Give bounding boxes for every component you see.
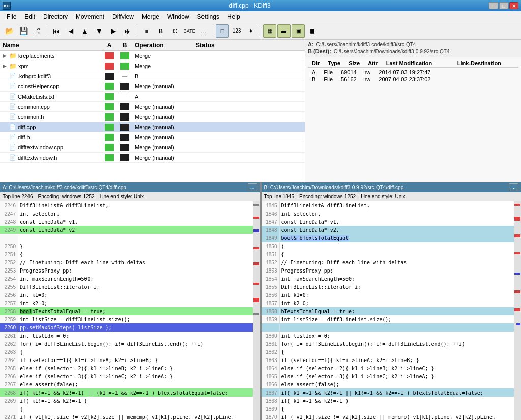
info-attr-a: rw [361, 69, 375, 75]
menu-merge[interactable]: Merge [138, 12, 163, 21]
toolbar-open[interactable]: 📂 [3, 24, 16, 38]
toolbar-separator-2 [137, 26, 137, 36]
toolbar-up[interactable]: ▲ [78, 24, 92, 38]
directory-panel: Name A B Operation Status ▶📁kreplacement… [0, 40, 305, 182]
path-b-value: C:/Users/Joachim/Downloads/kdiff3-0.9.92… [334, 49, 450, 54]
toolbar-b[interactable]: B [154, 24, 167, 38]
diff-panel-right: B: C:/Users/Joachim/Downloads/kdiff3-0.9… [262, 182, 522, 420]
info-lastmod-b: 2007-04-02 23:37:02 [374, 76, 446, 82]
info-size-a: 69014 [337, 69, 361, 75]
info-col-linkdest: Link-Destination [453, 60, 505, 66]
toolbar-separator-1 [47, 26, 47, 36]
dir-row-commoncpp[interactable]: 📄common.cpp Merge (manual) [0, 102, 305, 112]
diff-right-lineend: Line end style: Unix [361, 194, 405, 199]
diff-left-subheader: Top line 2246 Encoding: windows-1252 Lin… [0, 192, 260, 201]
menu-help[interactable]: Help [223, 12, 244, 21]
menu-settings[interactable]: Settings [193, 12, 223, 21]
menu-directory[interactable]: Directory [39, 12, 72, 21]
diff-right-scrollbar[interactable] [514, 201, 521, 420]
close-button[interactable]: ✕ [509, 2, 518, 9]
diff-left-code[interactable]: Diff3LineList& diff3LineList, int select… [18, 201, 253, 420]
menubar: File Edit Directory Movement Diffview Me… [0, 11, 521, 22]
toolbar: 📂 💾 🖨 ⏮ ◀ ▲ ▼ ▶ ⏭ ≡ B C DATE … □ 123 ✦ ▦… [0, 22, 521, 40]
window-title: diff.cpp - KDiff3 [11, 2, 489, 9]
toolbar-save[interactable]: 💾 [17, 24, 30, 38]
dir-row-difftextwindowcpp[interactable]: 📄difftextwindow.cpp Merge (manual) [0, 142, 305, 153]
diff-left-options[interactable]: … [248, 183, 257, 191]
diff-right-line-numbers: 184518461847 1848 1849 185018511852 1853… [262, 201, 280, 420]
toolbar-c[interactable]: C [168, 24, 182, 38]
diff-left-line-numbers: 224622472248 2249 225022512252 225322542… [0, 201, 18, 420]
menu-window[interactable]: Window [163, 12, 193, 21]
menu-edit[interactable]: Edit [20, 12, 39, 21]
info-col-dir: Dir [308, 60, 324, 66]
info-type-b: File [320, 76, 337, 82]
info-dir-b: B [308, 76, 320, 82]
diff-right-code[interactable]: Diff3LineList& diff3LineList, int select… [280, 201, 514, 420]
window-controls: − □ ✕ [489, 2, 518, 9]
info-paths: A: C:/Users/Joachim/kdiff3-code/kdiff3/s… [305, 40, 521, 57]
dir-row-difftextwindowh[interactable]: 📄difftextwindow.h Merge (manual) [0, 153, 305, 163]
toolbar-prev-up[interactable]: ◀ [64, 24, 77, 38]
diff-right-encoding: Encoding: windows-1252 [299, 194, 356, 199]
dir-row-kdbgrc[interactable]: 📄.kdbgrc.kdiff3 — B [0, 71, 305, 81]
diff-left-topline: Top line 2246 [3, 194, 33, 199]
toolbar-merge-c[interactable]: ▣ [292, 24, 305, 38]
info-table: Dir Type Size Attr Last Modification Lin… [305, 57, 521, 86]
toolbar-align[interactable]: ≡ [140, 24, 153, 38]
dir-row-diffh[interactable]: 📄diff.h Merge (manual) [0, 132, 305, 142]
dir-row-kreplacements[interactable]: ▶📁kreplacements Merge [0, 51, 305, 61]
toolbar-separator-4 [260, 26, 260, 36]
col-status: Status [193, 42, 244, 49]
app-icon: KD [3, 2, 11, 10]
col-b: B [117, 42, 132, 49]
toolbar-view-split[interactable]: □ [216, 24, 229, 38]
dir-row-commonh[interactable]: 📄common.h Merge (manual) [0, 112, 305, 122]
toolbar-next-down[interactable]: ▶ [107, 24, 120, 38]
toolbar-merge-a[interactable]: ▦ [263, 24, 276, 38]
menu-file[interactable]: File [3, 12, 20, 21]
diff-left-scrollbar[interactable] [253, 201, 260, 420]
top-layout: Name A B Operation Status ▶📁kreplacement… [0, 40, 521, 182]
diff-left-header: A: C:/Users/Joachim/kdiff3-code/kdiff3/s… [0, 182, 260, 192]
info-col-attr: Attr [364, 60, 382, 66]
path-b-label: B (Dest): [308, 48, 331, 54]
dir-row-xpm[interactable]: ▶📁xpm Merge [0, 61, 305, 71]
info-col-lastmod: Last Modification [382, 60, 453, 66]
diff-right-options[interactable]: … [509, 183, 518, 191]
path-a-label: A: [308, 41, 314, 47]
diff-right-header: B: C:/Users/Joachim/Downloads/kdiff3-0.9… [262, 182, 522, 192]
toolbar-merge-b[interactable]: ▬ [277, 24, 291, 38]
toolbar-auto-merge[interactable]: ◼ [306, 24, 319, 38]
menu-movement[interactable]: Movement [72, 12, 108, 21]
diff-left-content: 224622472248 2249 225022512252 225322542… [0, 201, 260, 420]
col-operation: Operation [132, 42, 193, 49]
info-type-a: File [320, 69, 337, 75]
toolbar-date[interactable]: DATE [183, 24, 196, 38]
toolbar-down[interactable]: ▼ [93, 24, 106, 38]
diff-left-encoding: Encoding: windows-1252 [38, 194, 95, 199]
toolbar-sync[interactable]: ✦ [244, 24, 257, 38]
diff-right-subheader: Top line 1845 Encoding: windows-1252 Lin… [262, 192, 522, 201]
menu-diffview[interactable]: Diffview [108, 12, 138, 21]
col-name: Name [0, 42, 102, 49]
info-col-size: Size [344, 60, 364, 66]
info-linkdest-b [446, 76, 454, 82]
toolbar-first[interactable]: ⏮ [50, 24, 63, 38]
info-col-type: Type [324, 60, 344, 66]
col-a: A [102, 42, 117, 49]
toolbar-last[interactable]: ⏭ [121, 24, 134, 38]
dir-row-diffcpp[interactable]: 📄diff.cpp Merge (manual) [0, 122, 305, 132]
info-table-header: Dir Type Size Attr Last Modification Lin… [308, 60, 518, 68]
diff-left-path: A: C:/Users/Joachim/kdiff3-code/kdiff3/s… [3, 185, 126, 190]
dir-row-ccinsthelper[interactable]: 📄ccInstHelper.cpp Merge (manual) [0, 81, 305, 92]
toolbar-print[interactable]: 🖨 [31, 24, 44, 38]
toolbar-more[interactable]: … [197, 24, 210, 38]
maximize-button[interactable]: □ [499, 2, 508, 9]
info-size-b: 56162 [337, 76, 361, 82]
toolbar-line-nums[interactable]: 123 [230, 24, 243, 38]
info-lastmod-a: 2014-07-03 19:27:47 [374, 69, 446, 75]
dir-row-cmakelists[interactable]: 📄CMakeLists.txt — A [0, 92, 305, 102]
minimize-button[interactable]: − [489, 2, 498, 9]
titlebar: KD diff.cpp - KDiff3 − □ ✕ [0, 0, 521, 11]
